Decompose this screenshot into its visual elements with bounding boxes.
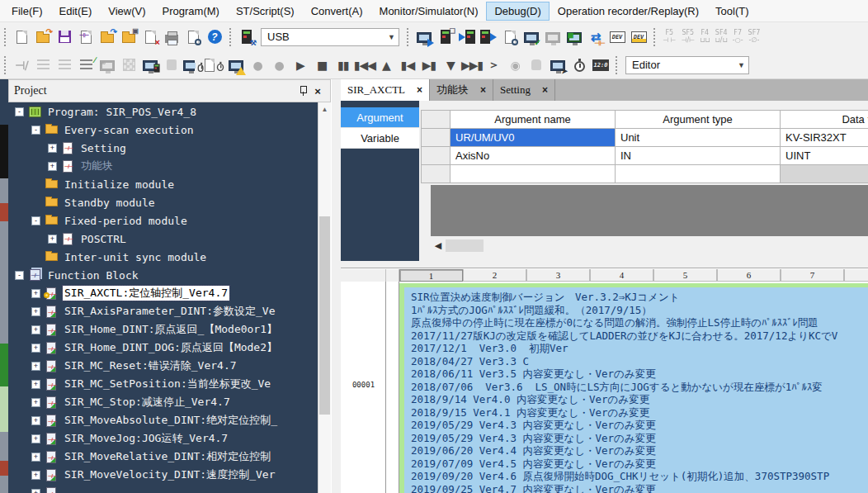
expander-icon[interactable]: +	[31, 416, 40, 425]
chevron-down-icon[interactable]: ▼	[734, 57, 748, 73]
tree-item[interactable]: -Fixed-period module	[8, 211, 331, 230]
ladder-column-6[interactable]: 6	[717, 269, 781, 282]
edit-comment-list-icon[interactable]: ∕	[76, 55, 96, 75]
expander-icon[interactable]: -	[31, 216, 40, 225]
new-project-icon[interactable]	[12, 27, 31, 47]
verify-folder-icon[interactable]: ▣	[119, 27, 139, 47]
toolbar-grip[interactable]	[405, 28, 411, 46]
row-selector[interactable]	[421, 129, 451, 147]
tree-item[interactable]: -Every-scan execution	[8, 121, 331, 139]
expander-icon[interactable]: +	[31, 325, 40, 334]
table-cell[interactable]: IN	[616, 147, 781, 165]
skip-start-icon[interactable]: ▮◀◀	[355, 55, 375, 75]
menu-item-debug-d-[interactable]: Debug(D)	[486, 2, 549, 21]
expander-icon[interactable]: +	[31, 307, 40, 316]
tree-item[interactable]: Standby module	[8, 193, 331, 211]
pin-icon[interactable]	[295, 83, 310, 98]
expander-icon[interactable]: +	[31, 434, 40, 443]
expander-icon[interactable]: +	[31, 471, 40, 480]
table-horizontal-scrollbar[interactable]: ◀	[431, 238, 868, 254]
sync-transfer-icon[interactable]: ⇄⊣⊢	[586, 27, 606, 47]
open-project-icon[interactable]: ↷	[33, 27, 53, 47]
tree-item[interactable]: -Program: SIR_POS_Ver4_8	[8, 102, 331, 121]
menu-item-operation-recorder-replay-r-[interactable]: Operation recorder/Replay(R)	[550, 2, 707, 21]
table-cell[interactable]: UINT	[781, 147, 868, 165]
rung-comment-block[interactable]: SIR位置決め速度制御バージョン Ver.3.2⇒KJコメント1ﾊﾟﾙｽ方式のJ…	[404, 287, 868, 493]
expander-icon[interactable]: +	[31, 380, 40, 389]
write-to-plc-icon[interactable]	[479, 27, 498, 47]
table-row[interactable]: UR/UM/UV0UnitKV-SIR32XT	[421, 129, 868, 147]
editor-mode-select[interactable]: Editor▼	[625, 56, 749, 74]
stop-icon[interactable]: ■	[312, 55, 332, 75]
usb-connect-icon[interactable]: ⚒	[237, 27, 257, 47]
instruction-key-f4[interactable]: F4⊔⊔	[700, 30, 710, 45]
tree-item[interactable]: Initialize module	[8, 175, 331, 193]
plc-message-icon[interactable]: ❑	[436, 27, 455, 47]
table-cell[interactable]	[781, 165, 868, 183]
expander-icon[interactable]: +	[31, 453, 40, 462]
step-back-icon[interactable]: ▮◀	[398, 55, 417, 75]
toolbar-grip[interactable]	[228, 28, 234, 46]
table-cell[interactable]: AxisNo	[451, 147, 616, 165]
menu-item-view-v-[interactable]: View(V)	[100, 2, 153, 21]
expander-icon[interactable]: +	[31, 489, 40, 493]
tree-item[interactable]: +SIR_MC_Stop:减速停止_Ver4.7	[8, 393, 331, 411]
editor-mode-icon[interactable]: ✓	[521, 27, 541, 47]
pause-icon[interactable]: ▮▮	[333, 55, 353, 75]
help-icon[interactable]: ?	[205, 27, 224, 47]
chevron-down-icon[interactable]: ▼	[384, 29, 399, 45]
tree-item[interactable]: +SIR_MC_Reset:错误清除_Ver4.7	[8, 357, 331, 375]
row-selector[interactable]	[421, 147, 451, 165]
instruction-key-sf4[interactable]: SF4⊔/⊔	[715, 30, 728, 45]
resume-icon[interactable]: ◉	[505, 55, 525, 75]
stopwatch-icon[interactable]	[569, 55, 589, 75]
close-icon[interactable]: ×	[310, 83, 325, 98]
scrollbar-thumb[interactable]	[319, 216, 330, 415]
table-cell[interactable]	[616, 165, 781, 183]
side-tab-argument[interactable]: Argument	[341, 107, 419, 128]
ladder-column-1[interactable]: 1	[399, 269, 463, 282]
tree-item[interactable]: +SIR_MoveJog:JOG运转_Ver4.7	[8, 429, 331, 448]
expander-icon[interactable]: +	[48, 162, 57, 171]
ladder-column-3[interactable]: 3	[526, 269, 590, 282]
ladder-monitor-icon[interactable]: ∞	[97, 55, 117, 75]
table-cell[interactable]: KV-SIR32XT	[781, 129, 868, 147]
side-tab-variable[interactable]: Variable	[341, 128, 419, 149]
step-down-icon[interactable]: ▼	[441, 55, 460, 75]
tree-item[interactable]: -Function Block	[8, 266, 331, 284]
toolbar-grip[interactable]	[652, 28, 658, 46]
expander-icon[interactable]: -	[15, 271, 24, 280]
step-forward-icon[interactable]: ▶▮	[419, 55, 439, 75]
expander-icon[interactable]: +	[31, 398, 40, 407]
tab-close-icon[interactable]: ×	[542, 84, 548, 96]
watch-window-icon[interactable]	[183, 55, 203, 75]
tab--[interactable]: 功能块×	[430, 79, 493, 101]
tab-setting[interactable]: Setting×	[493, 79, 555, 101]
tree-item[interactable]: +功能块	[8, 157, 331, 175]
toolbar-grip[interactable]	[2, 56, 8, 74]
table-cell[interactable]: UR/UM/UV0	[451, 129, 616, 147]
batch-monitor-icon[interactable]	[119, 55, 139, 75]
scroll-up-icon[interactable]: ▲	[318, 102, 331, 116]
expander-icon[interactable]: +	[48, 144, 57, 153]
table-row[interactable]: AxisNoINUINT	[421, 147, 868, 165]
pause-hand-icon[interactable]	[526, 55, 546, 75]
mnemonic-list-icon[interactable]	[33, 55, 53, 75]
tab-close-icon[interactable]: ×	[480, 84, 486, 96]
step-up-icon[interactable]: ▲	[376, 55, 396, 75]
vertical-splitter[interactable]	[331, 79, 341, 493]
ladder-column-4[interactable]: 4	[590, 269, 653, 282]
instruction-key-sf5[interactable]: SF5⊣/⊢	[681, 30, 695, 45]
expander-icon[interactable]: -	[15, 107, 24, 116]
scrollbar-thumb[interactable]	[446, 239, 484, 252]
3d-monitor-icon[interactable]	[162, 55, 182, 75]
menu-item-convert-a-[interactable]: Convert(A)	[303, 2, 371, 21]
device-all-window-icon[interactable]: DEV	[629, 27, 649, 47]
menu-item-tool-t-[interactable]: Tool(T)	[707, 2, 757, 21]
monitor-cursor-icon[interactable]: ➤	[548, 55, 568, 75]
menu-item-monitor-simulator-n-[interactable]: Monitor/Simulator(N)	[371, 2, 487, 21]
expander-icon[interactable]: +	[48, 235, 57, 244]
expander-icon[interactable]: +	[31, 362, 40, 371]
table-row[interactable]	[421, 165, 868, 183]
play-icon[interactable]: ▶	[290, 55, 310, 75]
